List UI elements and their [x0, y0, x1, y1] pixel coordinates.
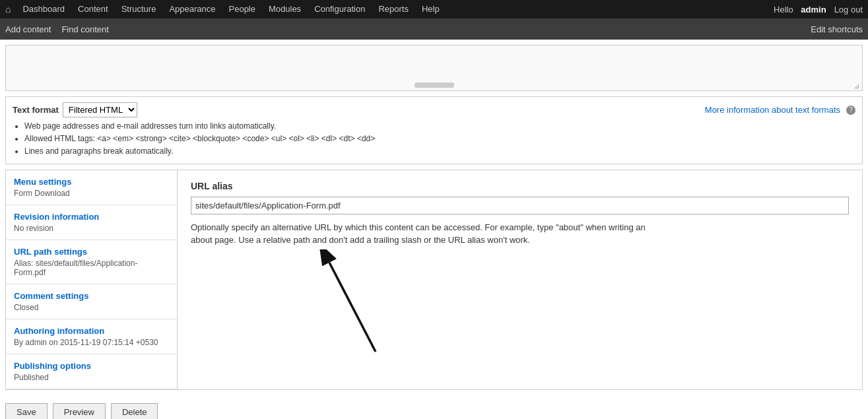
menu-settings-sub: Form Download [14, 189, 169, 198]
menu-settings-link[interactable]: Menu settings [14, 177, 71, 187]
save-button[interactable]: Save [5, 403, 48, 419]
more-info-link[interactable]: More information about text formats [705, 105, 840, 115]
text-format-row: Text format Filtered HTML More informati… [13, 102, 855, 117]
bottom-buttons: Save Preview Delete [0, 395, 868, 419]
sidebar-menu-settings: Menu settings Form Download [6, 170, 177, 205]
url-path-link[interactable]: URL path settings [14, 247, 87, 257]
delete-button[interactable]: Delete [111, 403, 158, 419]
find-content-link[interactable]: Find content [61, 24, 109, 34]
nav-people[interactable]: People [222, 0, 262, 18]
editor-resize-handle[interactable]: ⊿ [854, 82, 862, 90]
sidebar-authoring-info: Authoring information By admin on 2015-1… [6, 319, 177, 354]
main-content: ⊿ Text format Filtered HTML More informa… [0, 45, 868, 419]
authoring-info-sub: By admin on 2015-11-19 07:15:14 +0530 [14, 338, 169, 347]
nav-right: Hello admin Log out [774, 5, 863, 15]
nav-configuration[interactable]: Configuration [308, 0, 372, 18]
hint-2: Allowed HTML tags: <a> <em> <strong> <ci… [24, 133, 375, 145]
right-content: URL alias Optionally specify an alternat… [178, 170, 862, 389]
authoring-info-link[interactable]: Authoring information [14, 326, 104, 336]
revision-info-link[interactable]: Revision information [14, 212, 99, 222]
nav-dashboard[interactable]: Dashboard [16, 0, 71, 18]
nav-reports[interactable]: Reports [372, 0, 415, 18]
sidebar-comment-settings: Comment settings Closed [6, 284, 177, 319]
url-alias-input[interactable] [191, 197, 849, 214]
hint-3: Lines and paragraphs break automatically… [24, 145, 375, 158]
top-nav: ⌂ Dashboard Content Structure Appearance… [0, 0, 868, 18]
nav-modules[interactable]: Modules [262, 0, 308, 18]
admin-name: admin [801, 5, 826, 15]
sidebar-publishing-options: Publishing options Published [6, 354, 177, 389]
editor-scrollbar[interactable] [415, 82, 454, 88]
hint-1: Web page addresses and e-mail addresses … [24, 120, 375, 133]
sidebar-revision-info: Revision information No revision [6, 205, 177, 240]
publishing-options-link[interactable]: Publishing options [14, 361, 91, 371]
edit-shortcuts-link[interactable]: Edit shortcuts [811, 24, 863, 34]
left-sidebar: Menu settings Form Download Revision inf… [6, 170, 178, 389]
help-icon[interactable]: ? [846, 106, 855, 115]
comment-settings-sub: Closed [14, 303, 169, 312]
nav-help[interactable]: Help [415, 0, 446, 18]
text-format-bar: Text format Filtered HTML More informati… [5, 96, 863, 164]
logout-button[interactable]: Log out [834, 5, 863, 15]
revision-info-sub: No revision [14, 224, 169, 233]
preview-button[interactable]: Preview [53, 403, 106, 419]
two-col-layout: Menu settings Form Download Revision inf… [5, 170, 863, 390]
home-icon[interactable]: ⌂ [5, 4, 11, 15]
text-format-label: Text format [13, 105, 59, 115]
url-path-sub: Alias: sites/default/files/Application-F… [14, 259, 169, 277]
arrow-indicator [310, 249, 389, 357]
nav-structure[interactable]: Structure [115, 0, 163, 18]
secondary-nav: Add content Find content Edit shortcuts [0, 18, 868, 40]
url-alias-title: URL alias [191, 181, 849, 191]
svg-line-1 [329, 263, 376, 352]
nav-content[interactable]: Content [71, 0, 115, 18]
url-alias-description: Optionally specify an alternative URL by… [191, 221, 653, 247]
editor-area[interactable]: ⊿ [5, 45, 863, 91]
publishing-options-sub: Published [14, 373, 169, 382]
comment-settings-link[interactable]: Comment settings [14, 291, 88, 301]
text-format-select[interactable]: Filtered HTML [63, 102, 137, 117]
add-content-link[interactable]: Add content [5, 24, 51, 34]
sidebar-url-path: URL path settings Alias: sites/default/f… [6, 240, 177, 284]
format-hints: Web page addresses and e-mail addresses … [13, 120, 375, 158]
hello-text: Hello [774, 5, 793, 15]
nav-appearance[interactable]: Appearance [162, 0, 222, 18]
